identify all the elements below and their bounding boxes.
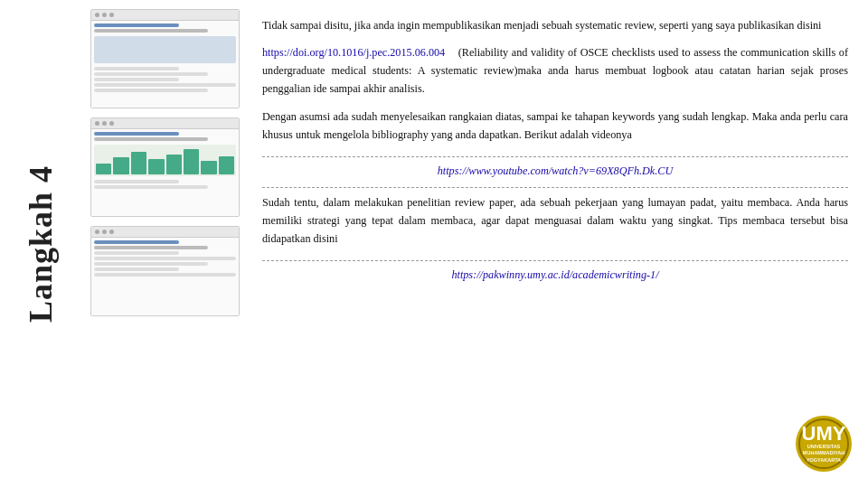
link-2[interactable]: https://www.youtube.com/watch?v=69X8QFh.… (438, 164, 674, 177)
sidebar: Langkah 4 (0, 0, 81, 488)
paragraph-2: https://doi.org/10.1016/j.pec.2015.06.00… (262, 43, 848, 98)
page-container: Langkah 4 (0, 0, 868, 488)
link-3-line: https://pakwinny.umy.ac.id/academicwriti… (262, 268, 848, 282)
screenshots-column (81, 0, 249, 488)
screenshot-3 (90, 226, 240, 316)
paragraph-4: Sudah tentu, dalam melakukan penelitian … (262, 193, 848, 248)
separator-2 (262, 187, 848, 188)
paragraph-3-block: Dengan asumsi ada sudah menyelesaikan ra… (262, 108, 848, 144)
sidebar-label: Langkah 4 (22, 165, 60, 323)
link-2-line: https://www.youtube.com/watch?v=69X8QFh.… (262, 164, 848, 178)
umy-logo-line3: YOGYAKARTA (807, 457, 841, 464)
link-1[interactable]: https://doi.org/10.1016/j.pec.2015.06.00… (262, 46, 445, 59)
paragraph-1: Tidak sampai disitu, jika anda ingin mem… (262, 16, 848, 34)
screenshot-1 (90, 9, 240, 108)
umy-logo-line2: MUHAMMADIYAH (803, 450, 844, 456)
screenshot-2 (90, 117, 240, 217)
umy-logo-area: UMY UNIVERSITAS MUHAMMADIYAH YOGYAKARTA (796, 416, 852, 472)
paragraph-1-block: Tidak sampai disitu, jika anda ingin mem… (262, 16, 848, 34)
separator-1 (262, 156, 848, 157)
umy-logo-line1: UNIVERSITAS (807, 444, 841, 450)
paragraph-2-block: https://doi.org/10.1016/j.pec.2015.06.00… (262, 43, 848, 98)
umy-logo-main: UMY (802, 424, 846, 444)
umy-logo-circle: UMY UNIVERSITAS MUHAMMADIYAH YOGYAKARTA (796, 416, 852, 472)
umy-logo-inner: UMY UNIVERSITAS MUHAMMADIYAH YOGYAKARTA (798, 418, 849, 469)
link-3[interactable]: https://pakwinny.umy.ac.id/academicwriti… (451, 268, 658, 281)
content-area: Tidak sampai disitu, jika anda ingin mem… (249, 0, 868, 488)
paragraph-3: Dengan asumsi ada sudah menyelesaikan ra… (262, 108, 848, 144)
paragraph-4-block: Sudah tentu, dalam melakukan penelitian … (262, 193, 848, 248)
umy-logo-text-block: UMY UNIVERSITAS MUHAMMADIYAH YOGYAKARTA (802, 424, 846, 463)
separator-3 (262, 260, 848, 261)
